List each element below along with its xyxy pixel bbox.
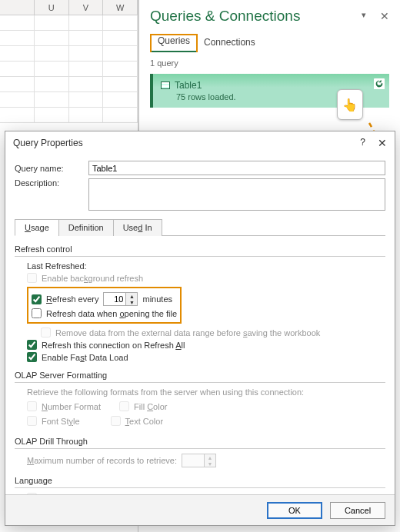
queries-connections-pane: Queries & Connections ▾ ✕ Queries Connec…	[138, 0, 400, 131]
dialog-tabs: Usage Definition Used In	[15, 218, 385, 236]
text-color-label: Text Color	[125, 417, 164, 426]
number-format-label: Number Format	[42, 402, 101, 411]
spin-up-icon[interactable]: ▲	[126, 293, 137, 299]
refresh-interval-input[interactable]	[104, 293, 125, 305]
number-format-checkbox	[27, 401, 37, 411]
tab-usage-label: sage	[31, 223, 49, 232]
fill-color-checkbox	[119, 401, 129, 411]
table-icon	[161, 81, 170, 89]
grid-rows[interactable]	[0, 15, 138, 123]
tab-used-in[interactable]: Used In	[113, 219, 162, 236]
tab-queries[interactable]: Queries	[152, 32, 196, 52]
refresh-interval-spinner[interactable]: ▲▼	[103, 292, 138, 306]
refresh-on-open-label: Refresh data when opening the file	[46, 309, 177, 318]
spin-down-icon[interactable]: ▼	[126, 299, 137, 305]
help-button[interactable]: ?	[360, 137, 365, 149]
refresh-all-label: Refresh this connection on Refresh All	[42, 341, 185, 350]
query-count: 1 query	[150, 58, 389, 68]
tab-definition[interactable]: Definition	[58, 219, 114, 236]
cancel-button[interactable]: Cancel	[330, 502, 385, 519]
description-label: Description:	[15, 178, 81, 188]
remove-data-checkbox	[41, 328, 51, 337]
col-header[interactable]	[0, 0, 35, 15]
col-header[interactable]: U	[35, 0, 69, 15]
remove-data-label: Remove data from the external data range…	[55, 328, 320, 337]
col-header[interactable]: W	[103, 0, 138, 15]
refresh-every-unit: minutes	[142, 294, 172, 304]
last-refreshed-label: Last Refreshed:	[27, 261, 87, 271]
max-records-input	[182, 454, 204, 467]
refresh-every-checkbox[interactable]	[32, 294, 42, 304]
fill-color-label: Fill Color	[134, 402, 167, 411]
query-name-input[interactable]	[88, 161, 385, 175]
dialog-title: Query Properties	[13, 138, 83, 148]
olap-formatting-title: OLAP Server Formatting	[15, 371, 107, 380]
dialog-titlebar[interactable]: Query Properties ? ✕	[5, 131, 395, 155]
tab-connections[interactable]: Connections	[198, 34, 262, 52]
peek-button[interactable]: 👆	[337, 89, 363, 120]
pane-close-icon[interactable]: ✕	[380, 10, 389, 22]
enable-bg-refresh-checkbox	[27, 273, 37, 283]
max-records-label: Maximum number of records to retrieve:	[27, 456, 177, 465]
refresh-all-checkbox[interactable]	[27, 340, 37, 350]
olap-drill-title: OLAP Drill Through	[15, 437, 88, 446]
query-name: Table1	[175, 80, 202, 91]
column-headers: U V W	[0, 0, 138, 15]
fast-load-label: Enable Fast Data Load	[42, 353, 128, 362]
language-title: Language	[15, 476, 52, 485]
spin-up-icon: ▲	[205, 454, 215, 461]
font-style-checkbox	[27, 416, 37, 426]
text-color-checkbox	[111, 416, 121, 426]
hand-cursor-icon: 👆	[342, 98, 358, 112]
fast-load-checkbox[interactable]	[27, 352, 37, 362]
description-input[interactable]	[88, 178, 385, 211]
close-button[interactable]: ✕	[378, 137, 387, 149]
col-header[interactable]: V	[69, 0, 104, 15]
pane-menu-icon[interactable]: ▾	[362, 10, 366, 22]
font-style-label: Font Style	[42, 417, 80, 426]
tab-usage[interactable]: Usage	[15, 219, 59, 236]
refresh-icon[interactable]	[374, 78, 385, 89]
dialog-footer: OK Cancel	[5, 494, 395, 525]
refresh-control-title: Refresh control	[15, 244, 72, 254]
ok-button[interactable]: OK	[267, 502, 322, 519]
max-records-spinner: ▲▼	[182, 454, 216, 467]
refresh-on-open-checkbox[interactable]	[32, 308, 42, 318]
query-properties-dialog: Query Properties ? ✕ Query name: Descrip…	[5, 131, 395, 526]
refresh-every-label: Refresh every	[46, 294, 98, 304]
enable-bg-refresh-label: Enable background refresh	[42, 274, 143, 283]
svg-rect-0	[374, 78, 385, 89]
olap-hint: Retrieve the following formats from the …	[27, 387, 304, 397]
pane-title: Queries & Connections	[150, 8, 300, 25]
spin-down-icon: ▼	[205, 461, 215, 467]
office-language-checkbox	[27, 493, 37, 494]
query-name-label: Query name:	[15, 164, 81, 173]
